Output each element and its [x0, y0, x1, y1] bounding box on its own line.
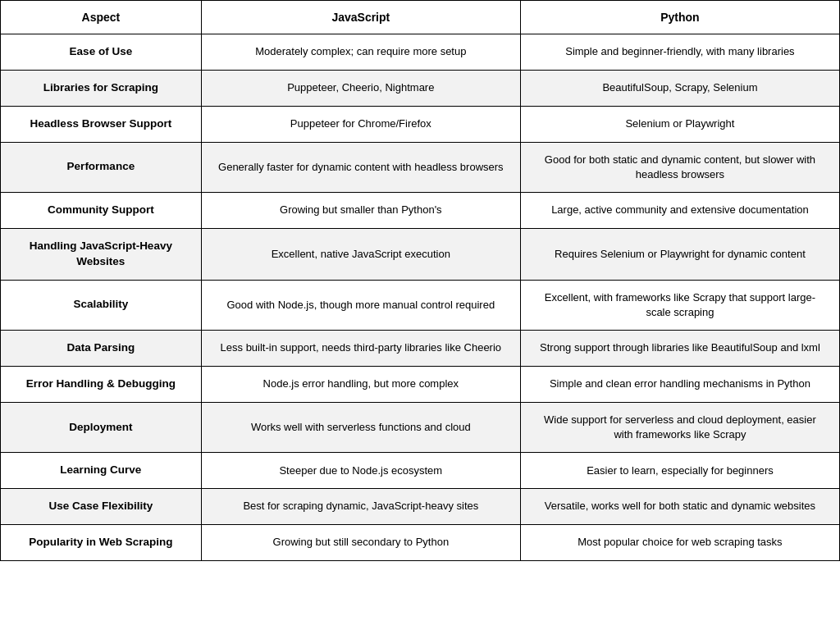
table-row: DeploymentWorks well with serverless fun… — [1, 402, 840, 452]
table-row: Headless Browser SupportPuppeteer for Ch… — [1, 106, 840, 142]
aspect-cell: Headless Browser Support — [1, 106, 202, 142]
python-cell: Simple and clean error handling mechanis… — [520, 366, 839, 402]
javascript-cell: Growing but smaller than Python's — [201, 193, 520, 229]
python-cell: Versatile, works well for both static an… — [520, 489, 839, 525]
table-row: Popularity in Web ScrapingGrowing but st… — [1, 525, 840, 561]
aspect-cell: Community Support — [1, 193, 202, 229]
python-cell: Excellent, with frameworks like Scrapy t… — [520, 280, 839, 330]
table-row: Libraries for ScrapingPuppeteer, Cheerio… — [1, 70, 840, 106]
javascript-cell: Moderately complex; can require more set… — [201, 34, 520, 71]
table-row: Data ParsingLess built-in support, needs… — [1, 331, 840, 367]
table-row: Error Handling & DebuggingNode.js error … — [1, 366, 840, 402]
python-cell: Good for both static and dynamic content… — [520, 142, 839, 192]
comparison-table: Aspect JavaScript Python Ease of UseMode… — [0, 0, 840, 561]
javascript-cell: Growing but still secondary to Python — [201, 525, 520, 561]
table-row: PerformanceGenerally faster for dynamic … — [1, 142, 840, 192]
javascript-cell: Puppeteer for Chrome/Firefox — [201, 106, 520, 142]
python-cell: BeautifulSoup, Scrapy, Selenium — [520, 70, 839, 106]
javascript-cell: Good with Node.js, though more manual co… — [201, 280, 520, 330]
header-aspect: Aspect — [1, 1, 202, 34]
aspect-cell: Deployment — [1, 402, 202, 452]
javascript-cell: Works well with serverless functions and… — [201, 402, 520, 452]
python-cell: Strong support through libraries like Be… — [520, 331, 839, 367]
comparison-table-container: Aspect JavaScript Python Ease of UseMode… — [0, 0, 840, 561]
aspect-cell: Use Case Flexibility — [1, 489, 202, 525]
table-row: Ease of UseModerately complex; can requi… — [1, 34, 840, 71]
table-row: Use Case FlexibilityBest for scraping dy… — [1, 489, 840, 525]
javascript-cell: Puppeteer, Cheerio, Nightmare — [201, 70, 520, 106]
javascript-cell: Excellent, native JavaScript execution — [201, 228, 520, 280]
table-row: Community SupportGrowing but smaller tha… — [1, 193, 840, 229]
python-cell: Wide support for serverless and cloud de… — [520, 402, 839, 452]
python-cell: Requires Selenium or Playwright for dyna… — [520, 228, 839, 280]
python-cell: Easier to learn, especially for beginner… — [520, 453, 839, 489]
python-cell: Large, active community and extensive do… — [520, 193, 839, 229]
javascript-cell: Node.js error handling, but more complex — [201, 366, 520, 402]
javascript-cell: Less built-in support, needs third-party… — [201, 331, 520, 367]
header-javascript: JavaScript — [201, 1, 520, 34]
python-cell: Most popular choice for web scraping tas… — [520, 525, 839, 561]
python-cell: Selenium or Playwright — [520, 106, 839, 142]
header-python: Python — [520, 1, 839, 34]
javascript-cell: Steeper due to Node.js ecosystem — [201, 453, 520, 489]
aspect-cell: Learning Curve — [1, 453, 202, 489]
table-row: ScalabilityGood with Node.js, though mor… — [1, 280, 840, 330]
javascript-cell: Generally faster for dynamic content wit… — [201, 142, 520, 192]
aspect-cell: Error Handling & Debugging — [1, 366, 202, 402]
aspect-cell: Ease of Use — [1, 34, 202, 71]
table-header-row: Aspect JavaScript Python — [1, 1, 840, 34]
python-cell: Simple and beginner-friendly, with many … — [520, 34, 839, 71]
aspect-cell: Handling JavaScript-Heavy Websites — [1, 228, 202, 280]
aspect-cell: Performance — [1, 142, 202, 192]
aspect-cell: Libraries for Scraping — [1, 70, 202, 106]
table-row: Handling JavaScript-Heavy WebsitesExcell… — [1, 228, 840, 280]
aspect-cell: Scalability — [1, 280, 202, 330]
table-row: Learning CurveSteeper due to Node.js eco… — [1, 453, 840, 489]
javascript-cell: Best for scraping dynamic, JavaScript-he… — [201, 489, 520, 525]
aspect-cell: Data Parsing — [1, 331, 202, 367]
aspect-cell: Popularity in Web Scraping — [1, 525, 202, 561]
